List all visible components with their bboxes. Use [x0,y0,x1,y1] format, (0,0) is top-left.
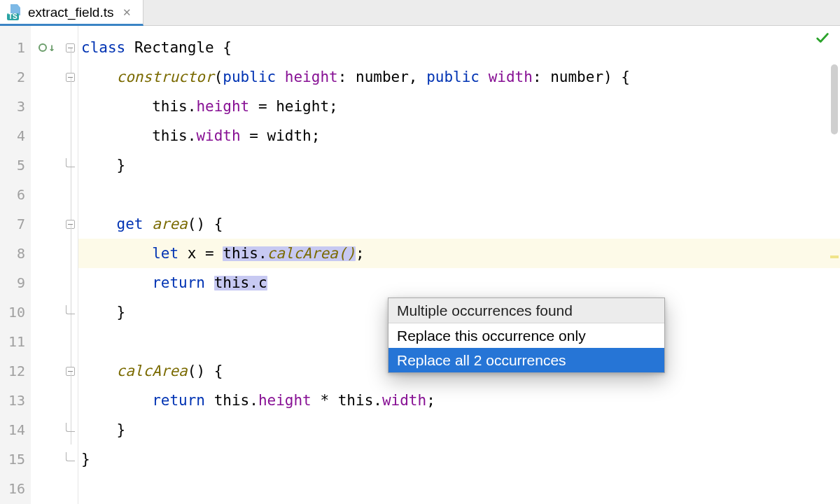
popup-item-replace-this[interactable]: Replace this occurrence only [388,323,664,348]
popup-title: Multiple occurrences found [388,298,664,323]
popup-item-replace-all[interactable]: Replace all 2 occurrences [388,348,664,372]
code-line[interactable]: } [78,415,840,444]
editor-tab-bar: extract_field.ts ✕ [0,0,840,26]
fold-end-icon [66,452,75,461]
line-number-gutter: 1 2 3 4 5 6 7 8 9 10 11 12 13 14 15 16 [0,26,31,504]
line-number: 1 [0,33,31,62]
code-line[interactable]: } [78,444,840,474]
fold-end-icon [66,158,75,167]
fold-toggle-icon[interactable] [66,73,75,82]
code-editor: 1 2 3 4 5 6 7 8 9 10 11 12 13 14 15 16 ↓ [0,26,840,504]
code-line[interactable]: constructor(public height: number, publi… [78,62,840,92]
fold-toggle-icon[interactable] [66,220,75,229]
fold-end-icon [66,305,75,314]
scrollbar-thumb[interactable] [831,64,838,134]
run-line-marker-icon[interactable]: ↓ [38,42,55,53]
fold-end-icon [66,423,75,432]
code-line[interactable]: get area() { [78,209,840,239]
file-tab[interactable]: extract_field.ts ✕ [0,0,144,26]
file-tab-label: extract_field.ts [28,6,114,19]
vertical-scrollbar[interactable] [830,26,839,504]
code-folding-gutter [63,26,78,504]
close-tab-icon[interactable]: ✕ [120,4,134,20]
code-area[interactable]: class Rectangle { constructor(public hei… [78,26,840,504]
fold-toggle-icon[interactable] [66,43,75,52]
code-line-current[interactable]: let x = this.calcArea(); [78,239,840,268]
inspection-ok-icon[interactable] [815,30,830,48]
code-line[interactable]: class Rectangle { [78,33,840,62]
code-line[interactable]: return this.height * this.width; [78,386,840,415]
gutter-icon-strip: ↓ [31,26,63,504]
code-line[interactable]: this.height = height; [78,92,840,121]
code-line[interactable]: this.width = width; [78,121,840,150]
code-line[interactable]: return this.c [78,268,840,298]
fold-toggle-icon[interactable] [66,367,75,376]
code-line[interactable]: } [78,150,840,180]
multiple-occurrences-popup: Multiple occurrences found Replace this … [388,298,665,373]
code-line[interactable] [78,180,840,209]
typescript-file-icon [7,4,22,20]
code-line[interactable] [78,474,840,503]
scrollbar-marker [830,255,839,258]
